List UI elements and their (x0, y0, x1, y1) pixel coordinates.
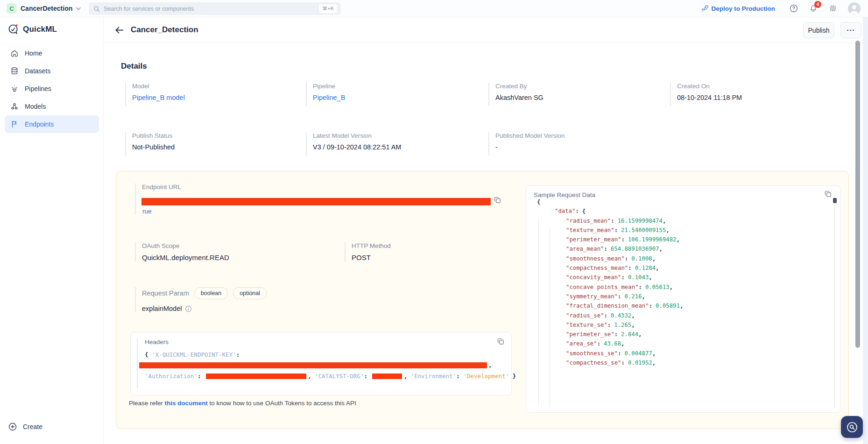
field-label: Published Model Version (495, 132, 565, 139)
json-value: 0.4332 (611, 312, 631, 319)
request-param-name: explainModel (142, 305, 182, 312)
publish-button[interactable]: Publish (803, 22, 834, 38)
comma: , (670, 284, 673, 290)
colon: : (236, 351, 240, 358)
pipeline-link[interactable]: Pipeline_B (313, 94, 345, 101)
field-created-on: Created On 08-10-2024 11:18 PM (670, 83, 742, 106)
json-line: "smoothness_se":0.004877, (566, 349, 831, 358)
authorization-key: 'Authorization' (145, 373, 198, 380)
field-value: 08-10-2024 11:18 PM (677, 94, 742, 101)
page-title: Cancer_Detection (131, 25, 198, 35)
request-param-group: Request Param boolean optional explainMo… (135, 287, 267, 312)
sample-scrollbar-track (834, 197, 835, 408)
colon: : (611, 218, 614, 224)
json-line: "radius_mean":16.1599998474, (566, 216, 831, 226)
json-key: "symmetry_mean" (566, 293, 618, 300)
json-line: "symmetry_mean":0.216, (566, 292, 831, 301)
sidebar-item-home[interactable]: Home (5, 44, 99, 62)
comma: , (642, 293, 645, 300)
brand-name: QuickML (23, 25, 57, 34)
copy-icon (497, 338, 505, 345)
field-model: Model Pipeline_B model (125, 83, 185, 106)
colon: : (621, 274, 624, 281)
colon: : (198, 373, 201, 380)
home-icon (10, 49, 19, 57)
sidebar-item-datasets[interactable]: Datasets (5, 62, 99, 80)
help-icon (790, 4, 798, 13)
help-button[interactable] (789, 4, 798, 13)
json-line: "data":{ (555, 206, 831, 216)
page-header: Cancer_Detection Publish ··· (104, 17, 868, 43)
field-label: Publish Status (132, 132, 175, 139)
database-icon (10, 67, 19, 75)
json-line: "texture_se":1.265, (566, 320, 831, 330)
copy-endpoint-url-button[interactable] (494, 196, 501, 206)
field-value: AkashVaren SG (495, 94, 543, 101)
environment-key: 'Environment' (411, 373, 457, 380)
sidebar-item-pipelines[interactable]: Pipelines (5, 80, 99, 98)
quickml-logo-icon (7, 23, 19, 35)
back-button[interactable] (114, 25, 125, 36)
search-input[interactable]: Search for services or components ⌘+K (89, 2, 341, 15)
field-label: Created On (677, 83, 742, 90)
notifications-button[interactable]: 4 (809, 4, 818, 13)
magnifier-circle-icon (846, 421, 858, 433)
colon: : (625, 255, 628, 262)
field-label: Created By (495, 83, 543, 90)
more-options-button[interactable]: ··· (840, 22, 861, 38)
colon: : (638, 284, 642, 290)
page-scrollbar-thumb[interactable] (855, 41, 860, 348)
project-name: CancerDetection (21, 5, 72, 12)
copy-headers-button[interactable] (497, 338, 505, 347)
user-avatar[interactable] (848, 2, 861, 15)
endpoint-url-label: Endpoint URL (142, 183, 490, 190)
note-prefix: Please refer (129, 400, 165, 407)
headers-code-line-3: 'Authorization': , 'CATALYST-ORG': , 'En… (145, 373, 493, 380)
comma: , (621, 340, 624, 347)
json-key: "data" (555, 208, 575, 214)
headers-code-line-1: { 'X-QUICKML-ENDPOINT-KEY': (145, 351, 493, 358)
json-line: "compactness_mean":0.1284, (566, 263, 831, 273)
colon: : (364, 373, 367, 380)
field-publish-status: Publish Status Not-Published (125, 132, 175, 155)
indent-guide (538, 218, 539, 407)
comma: , (403, 373, 407, 380)
json-line: "perimeter_se":2.844, (566, 330, 831, 339)
field-label: Model (132, 83, 185, 90)
project-switcher[interactable]: C CancerDetection (7, 0, 81, 17)
json-value: 0.05891 (656, 303, 680, 309)
sidebar-item-endpoints[interactable]: Endpoints (5, 115, 99, 133)
comma: , (308, 373, 311, 380)
oauth-scope-value: QuickML.deployment.READ (142, 254, 229, 261)
param-optional-badge: optional (233, 287, 267, 299)
sidebar-item-label: Endpoints (25, 120, 54, 128)
main-content: Cancer_Detection Publish ··· Details Mod… (104, 17, 868, 444)
http-method-group: HTTP Method POST (345, 242, 391, 261)
settings-button[interactable] (828, 4, 838, 13)
search-shortcut-badge: ⌘+K (319, 4, 337, 13)
arrow-left-icon (114, 25, 125, 35)
assistant-search-button[interactable] (841, 416, 863, 438)
field-label: Pipeline (313, 83, 345, 90)
comma: , (638, 331, 642, 338)
sidebar-nav: Home Datasets Pipelines Models Endpoints (0, 44, 104, 133)
this-document-link[interactable]: this document (165, 400, 208, 407)
sample-scrollbar-thumb[interactable] (833, 198, 837, 203)
brand: QuickML (7, 23, 57, 35)
info-icon[interactable] (185, 305, 192, 312)
json-key: "texture_mean" (566, 227, 614, 233)
open-brace: { (145, 351, 148, 358)
json-value: 654.8891036907 (611, 246, 659, 252)
comma: , (631, 322, 635, 328)
deploy-to-production-link[interactable]: Deploy to Production (701, 5, 776, 12)
json-key: "perimeter_se" (566, 331, 614, 338)
create-button[interactable]: Create (8, 422, 42, 431)
json-key: "area_mean" (566, 246, 604, 252)
comma: , (666, 227, 669, 233)
json-key: "concave points_mean" (566, 284, 638, 290)
sidebar-item-models[interactable]: Models (5, 98, 99, 115)
sample-request-json: { "data":{ "radius_mean":16.1599998474, … (526, 197, 831, 409)
comma: , (488, 361, 492, 368)
model-link[interactable]: Pipeline_B model (132, 94, 185, 101)
project-initial-badge: C (7, 3, 17, 14)
